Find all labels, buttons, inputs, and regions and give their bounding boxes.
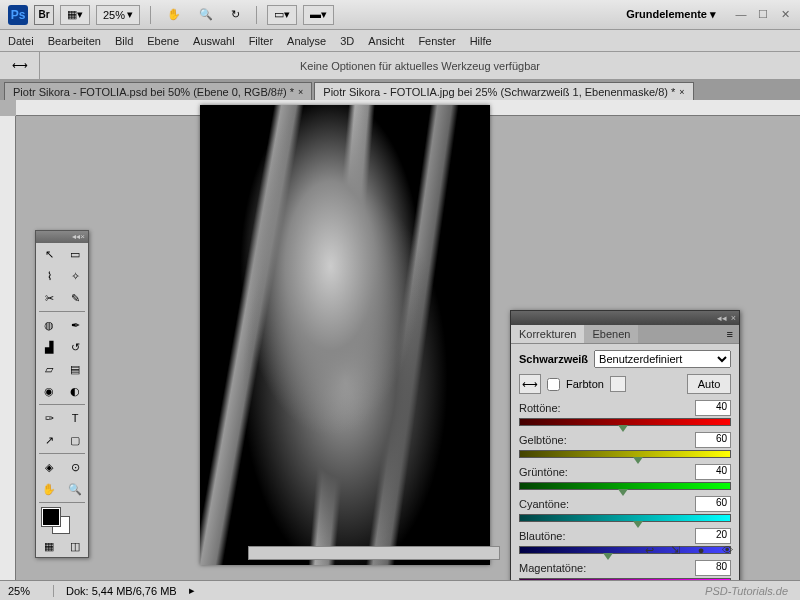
scrollbar-horizontal[interactable] bbox=[248, 546, 500, 560]
hand-tool[interactable]: ✋ bbox=[36, 478, 62, 500]
shape-tool[interactable]: ▢ bbox=[62, 429, 88, 451]
tab-korrekturen[interactable]: Korrekturen bbox=[511, 325, 584, 343]
close-icon[interactable]: ✕ bbox=[778, 8, 792, 21]
screenmode-toggle[interactable]: ◫ bbox=[62, 535, 88, 557]
rotate-view-icon[interactable]: ↻ bbox=[225, 5, 246, 25]
menu-3d[interactable]: 3D bbox=[340, 35, 354, 47]
3d-tool[interactable]: ◈ bbox=[36, 456, 62, 478]
workspace-switcher[interactable]: Grundelemente ▾ bbox=[626, 8, 716, 21]
maximize-icon[interactable]: ☐ bbox=[756, 8, 770, 21]
photoshop-icon: Ps bbox=[8, 5, 28, 25]
blur-tool[interactable]: ◉ bbox=[36, 380, 62, 402]
path-select-tool[interactable]: ↗ bbox=[36, 429, 62, 451]
tint-label: Farbton bbox=[566, 378, 604, 390]
slider-value[interactable]: 40 bbox=[695, 400, 731, 416]
zoom-dropdown[interactable]: 25%▾ bbox=[96, 5, 140, 25]
zoom-field[interactable]: 25% bbox=[4, 585, 54, 597]
menu-analyse[interactable]: Analyse bbox=[287, 35, 326, 47]
options-message: Keine Optionen für aktuelles Werkzeug ve… bbox=[40, 60, 800, 72]
zoom-tool-icon[interactable]: 🔍 bbox=[193, 5, 219, 25]
tint-checkbox[interactable] bbox=[547, 378, 560, 391]
menu-ansicht[interactable]: Ansicht bbox=[368, 35, 404, 47]
slider-label: Blautöne: bbox=[519, 530, 695, 542]
toolbox: ◂◂× ↖ ▭ ⌇ ✧ ✂ ✎ ◍ ✒ ▟ ↺ ▱ ▤ ◉ ◐ ✑ T ↗ ▢ … bbox=[35, 230, 89, 558]
dodge-tool[interactable]: ◐ bbox=[62, 380, 88, 402]
history-brush-tool[interactable]: ↺ bbox=[62, 336, 88, 358]
heal-tool[interactable]: ◍ bbox=[36, 314, 62, 336]
brush-tool[interactable]: ✒ bbox=[62, 314, 88, 336]
move-tool[interactable]: ↖ bbox=[36, 243, 62, 265]
slider-track[interactable] bbox=[519, 418, 731, 426]
tab-ebenen[interactable]: Ebenen bbox=[584, 325, 638, 343]
doc-info: Dok: 5,44 MB/6,76 MB bbox=[54, 585, 189, 597]
app-titlebar: Ps Br ▦▾ 25%▾ ✋ 🔍 ↻ ▭▾ ▬▾ Grundelemente … bbox=[0, 0, 800, 30]
slider-value[interactable]: 40 bbox=[695, 464, 731, 480]
layout-dropdown[interactable]: ▦▾ bbox=[60, 5, 90, 25]
panel-menu-icon[interactable]: ≡ bbox=[721, 325, 739, 343]
close-icon[interactable]: × bbox=[679, 87, 684, 97]
slider-row: Grüntöne: 40 bbox=[519, 464, 731, 490]
close-icon[interactable]: × bbox=[298, 87, 303, 97]
adjustment-title: Schwarzweiß bbox=[519, 353, 588, 365]
panel-footer-icons: ↩ ⇲ ● 👁 bbox=[640, 542, 736, 558]
close-icon[interactable]: × bbox=[80, 231, 85, 243]
slider-track[interactable] bbox=[519, 514, 731, 522]
canvas[interactable] bbox=[200, 105, 490, 565]
eraser-tool[interactable]: ▱ bbox=[36, 358, 62, 380]
slider-value[interactable]: 80 bbox=[695, 560, 731, 576]
minimize-icon[interactable]: — bbox=[734, 8, 748, 21]
quickmask-toggle[interactable]: ▦ bbox=[36, 535, 62, 557]
slider-track[interactable] bbox=[519, 450, 731, 458]
wand-tool[interactable]: ✧ bbox=[62, 265, 88, 287]
target-adjust-tool[interactable]: ⟷ bbox=[519, 374, 541, 394]
document-tab[interactable]: Piotr Sikora - FOTOLIA.jpg bei 25% (Schw… bbox=[314, 82, 693, 100]
chevron-right-icon[interactable]: ▸ bbox=[189, 584, 195, 597]
menu-fenster[interactable]: Fenster bbox=[418, 35, 455, 47]
slider-value[interactable]: 60 bbox=[695, 432, 731, 448]
workarea: ◂◂× ↖ ▭ ⌇ ✧ ✂ ✎ ◍ ✒ ▟ ↺ ▱ ▤ ◉ ◐ ✑ T ↗ ▢ … bbox=[0, 100, 800, 580]
slider-track[interactable] bbox=[519, 482, 731, 490]
menu-ebene[interactable]: Ebene bbox=[147, 35, 179, 47]
arrange-dropdown[interactable]: ▭▾ bbox=[267, 5, 297, 25]
menu-hilfe[interactable]: Hilfe bbox=[470, 35, 492, 47]
ruler-vertical bbox=[0, 116, 16, 580]
color-swatches[interactable] bbox=[36, 505, 88, 535]
preset-select[interactable]: Benutzerdefiniert bbox=[594, 350, 731, 368]
menu-auswahl[interactable]: Auswahl bbox=[193, 35, 235, 47]
bridge-icon[interactable]: Br bbox=[34, 5, 54, 25]
type-tool[interactable]: T bbox=[62, 407, 88, 429]
collapse-icon[interactable]: ◂◂ bbox=[717, 311, 727, 325]
tint-swatch[interactable] bbox=[610, 376, 626, 392]
menu-bild[interactable]: Bild bbox=[115, 35, 133, 47]
auto-button[interactable]: Auto bbox=[687, 374, 731, 394]
pen-tool[interactable]: ✑ bbox=[36, 407, 62, 429]
expand-icon[interactable]: ⇲ bbox=[666, 542, 684, 558]
slider-label: Gelbtöne: bbox=[519, 434, 695, 446]
document-tab[interactable]: Piotr Sikora - FOTOLIA.psd bei 50% (Eben… bbox=[4, 82, 312, 100]
marquee-tool[interactable]: ▭ bbox=[62, 243, 88, 265]
crop-tool[interactable]: ✂ bbox=[36, 287, 62, 309]
menu-filter[interactable]: Filter bbox=[249, 35, 273, 47]
stamp-tool[interactable]: ▟ bbox=[36, 336, 62, 358]
slider-label: Grüntöne: bbox=[519, 466, 695, 478]
eyedropper-tool[interactable]: ✎ bbox=[62, 287, 88, 309]
back-icon[interactable]: ↩ bbox=[640, 542, 658, 558]
document-tabs: Piotr Sikora - FOTOLIA.psd bei 50% (Eben… bbox=[0, 80, 800, 100]
zoom-tool[interactable]: 🔍 bbox=[62, 478, 88, 500]
collapse-icon[interactable]: ◂◂ bbox=[72, 231, 80, 243]
menubar: Datei Bearbeiten Bild Ebene Auswahl Filt… bbox=[0, 30, 800, 52]
lasso-tool[interactable]: ⌇ bbox=[36, 265, 62, 287]
3d-camera-tool[interactable]: ⊙ bbox=[62, 456, 88, 478]
visibility-icon[interactable]: 👁 bbox=[718, 542, 736, 558]
slider-label: Cyantöne: bbox=[519, 498, 695, 510]
clip-icon[interactable]: ● bbox=[692, 542, 710, 558]
statusbar: 25% Dok: 5,44 MB/6,76 MB ▸ PSD-Tutorials… bbox=[0, 580, 800, 600]
hand-tool-icon[interactable]: ✋ bbox=[161, 5, 187, 25]
watermark: PSD-Tutorials.de bbox=[705, 585, 796, 597]
close-icon[interactable]: × bbox=[731, 311, 736, 325]
gradient-tool[interactable]: ▤ bbox=[62, 358, 88, 380]
menu-bearbeiten[interactable]: Bearbeiten bbox=[48, 35, 101, 47]
slider-value[interactable]: 60 bbox=[695, 496, 731, 512]
screen-mode-dropdown[interactable]: ▬▾ bbox=[303, 5, 334, 25]
menu-datei[interactable]: Datei bbox=[8, 35, 34, 47]
